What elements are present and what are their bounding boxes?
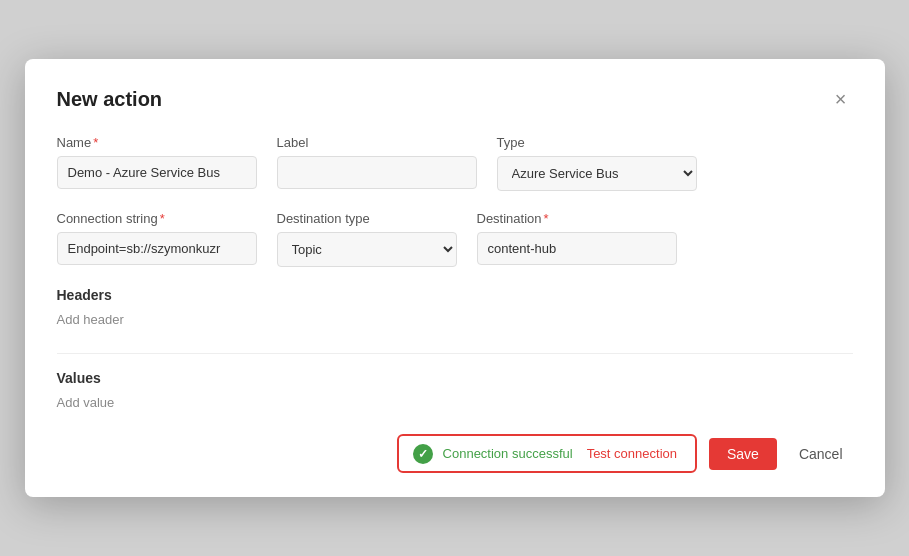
label-label: Label <box>277 135 477 150</box>
connection-string-input[interactable] <box>57 232 257 265</box>
type-label: Type <box>497 135 697 150</box>
destination-type-select[interactable]: Topic Queue <box>277 232 457 267</box>
modal-overlay: New action × Name* Label Type Azure Serv… <box>0 0 909 556</box>
add-header-link[interactable]: Add header <box>57 312 124 327</box>
name-group: Name* <box>57 135 257 191</box>
test-connection-button[interactable]: Test connection <box>583 442 681 465</box>
form-row-1: Name* Label Type Azure Service Bus <box>57 135 853 191</box>
success-icon <box>413 444 433 464</box>
modal-title: New action <box>57 88 163 111</box>
values-label: Values <box>57 370 853 386</box>
modal-header: New action × <box>57 87 853 111</box>
name-label: Name* <box>57 135 257 150</box>
type-select[interactable]: Azure Service Bus <box>497 156 697 191</box>
connection-string-group: Connection string* <box>57 211 257 267</box>
sections-area: Headers Add header Values Add value <box>57 287 853 426</box>
cancel-button[interactable]: Cancel <box>789 438 853 470</box>
close-button[interactable]: × <box>829 87 853 111</box>
destination-group: Destination* <box>477 211 677 267</box>
type-group: Type Azure Service Bus <box>497 135 697 191</box>
save-button[interactable]: Save <box>709 438 777 470</box>
connection-successful-text: Connection successful <box>443 446 573 461</box>
name-input[interactable] <box>57 156 257 189</box>
destination-label: Destination* <box>477 211 677 226</box>
label-group: Label <box>277 135 477 191</box>
headers-label: Headers <box>57 287 853 303</box>
destination-type-group: Destination type Topic Queue <box>277 211 457 267</box>
modal-footer: Connection successful Test connection Sa… <box>57 434 853 473</box>
add-value-link[interactable]: Add value <box>57 395 115 410</box>
destination-input[interactable] <box>477 232 677 265</box>
modal-dialog: New action × Name* Label Type Azure Serv… <box>25 59 885 497</box>
label-input[interactable] <box>277 156 477 189</box>
connection-string-label: Connection string* <box>57 211 257 226</box>
destination-type-label: Destination type <box>277 211 457 226</box>
divider <box>57 353 853 354</box>
connection-status-box: Connection successful Test connection <box>397 434 697 473</box>
form-row-2: Connection string* Destination type Topi… <box>57 211 853 267</box>
